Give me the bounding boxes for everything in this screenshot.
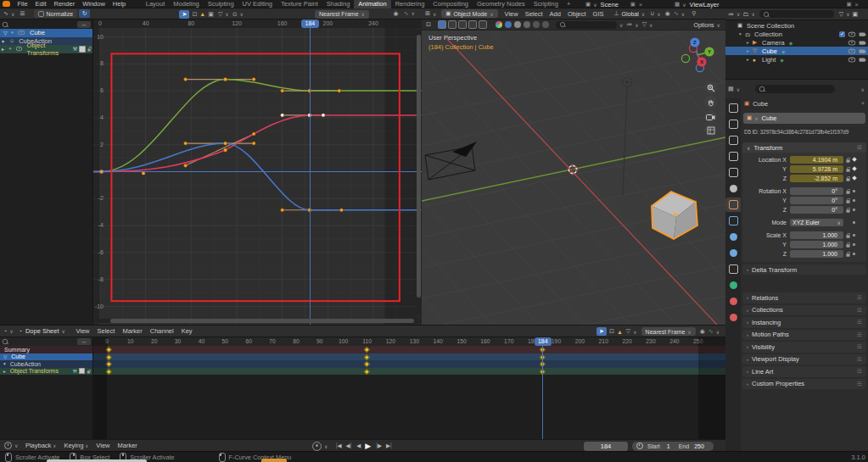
new-scene-icon[interactable]: ▣ — [630, 1, 636, 8]
value-field[interactable]: 0° — [790, 197, 843, 205]
panel-relations[interactable]: ›Relations☰ — [742, 292, 866, 303]
lock-icon[interactable] — [846, 159, 849, 162]
navigation-gizmo[interactable]: ZYX — [674, 32, 721, 80]
panel-collections[interactable]: ›Collections☰ — [742, 305, 866, 316]
tab-shading[interactable]: Shading — [322, 0, 355, 8]
panel-drag-icon[interactable]: ☰ — [857, 319, 862, 326]
expand-collapse-button[interactable]: ↔ — [77, 21, 91, 28]
object-name-field[interactable]: ▣∨ Cube — [743, 113, 865, 124]
keyframe-point[interactable] — [223, 148, 227, 152]
dope-channel-summary[interactable]: Summary — [0, 346, 92, 353]
graph-h-scrollbar[interactable] — [95, 319, 420, 323]
hide-eye-icon[interactable] — [848, 40, 856, 45]
pivot-icon[interactable]: ⊙ — [232, 11, 238, 18]
hide-eye-icon[interactable] — [848, 48, 856, 53]
previous-keyframe-button[interactable]: ◀⏐ — [344, 443, 354, 449]
value-field[interactable]: 5.9728 m — [790, 165, 843, 174]
graph-playhead-line[interactable] — [310, 19, 311, 325]
value-field[interactable]: -2.852 m — [790, 175, 843, 183]
next-keyframe-button[interactable]: ⏐▶ — [373, 443, 384, 449]
blender-logo[interactable] — [3, 1, 10, 7]
scene-name[interactable]: Scene — [601, 1, 619, 8]
snap-icon[interactable]: ∪ — [650, 10, 654, 17]
overlay-icon[interactable]: ▣ — [853, 11, 859, 18]
menu-window[interactable]: Window — [79, 0, 109, 8]
keyframe-point[interactable] — [223, 77, 227, 81]
graph-channel-object-transforms[interactable]: ▸⌖Object Transforms⚒ — [0, 45, 92, 53]
dope-menu-select[interactable]: Select — [93, 327, 119, 335]
use-preview-range-icon[interactable] — [636, 443, 643, 449]
graph-v-scrollbar[interactable] — [417, 30, 421, 314]
animate-dot-icon[interactable] — [853, 199, 855, 202]
modifier-icon[interactable]: ⚒ — [73, 368, 77, 374]
viewlayer-name[interactable]: ViewLayer — [690, 1, 720, 8]
lock-icon[interactable] — [846, 169, 849, 171]
warning-icon[interactable]: ▲ — [617, 329, 623, 335]
animate-dot-icon[interactable] — [853, 253, 855, 255]
properties-tab-constraints[interactable] — [725, 262, 741, 276]
outliner-row-light[interactable]: ▸●Light◈ — [725, 55, 868, 64]
handle-point[interactable] — [322, 114, 325, 117]
timeline-menu-marker[interactable]: Marker — [114, 442, 141, 449]
lock-icon[interactable] — [846, 244, 849, 247]
play-button[interactable]: ▶ — [363, 442, 372, 450]
panel-drag-icon[interactable]: ☰ — [857, 381, 862, 387]
properties-tab-material[interactable] — [725, 294, 741, 309]
disclosure-arrow[interactable]: ▸ — [747, 57, 753, 62]
modifier-icon[interactable]: ⚒ — [72, 46, 77, 53]
hide-eye-icon[interactable] — [848, 57, 856, 62]
value-field[interactable]: 0° — [790, 206, 843, 214]
tab-sculpting[interactable]: Sculpting — [204, 0, 238, 8]
viewport-menu-add[interactable]: Add — [546, 10, 564, 18]
scale-tool-icon[interactable] — [468, 20, 477, 29]
perspective-toggle-button[interactable] — [704, 124, 717, 136]
dope-menu-view[interactable]: View — [72, 327, 93, 335]
dope-lane-3[interactable] — [93, 368, 725, 376]
menu-render[interactable]: Render — [50, 0, 79, 8]
orientation-dropdown[interactable]: ⊥ Global∨ — [613, 10, 645, 17]
filter-icon[interactable]: ▽ — [626, 328, 630, 335]
viewport-search-field[interactable] — [556, 21, 617, 29]
pin-icon[interactable]: ⌖ — [861, 100, 865, 107]
panel-instancing[interactable]: ›Instancing☰ — [742, 317, 866, 328]
viewport-menu-view[interactable]: View — [501, 10, 522, 18]
properties-tab-output[interactable] — [725, 133, 741, 148]
disable-render-icon[interactable] — [860, 41, 865, 44]
disable-render-icon[interactable] — [860, 49, 865, 53]
disclosure-arrow[interactable]: ▸ — [747, 48, 753, 53]
filter-icon[interactable]: ▽ — [218, 11, 222, 18]
tab-geometry-nodes[interactable]: Geometry Nodes — [473, 0, 529, 8]
current-frame-field[interactable]: 184 — [584, 442, 628, 451]
lock-icon[interactable] — [87, 371, 91, 374]
hide-eye-icon[interactable] — [848, 31, 856, 36]
properties-search-field[interactable] — [755, 85, 835, 93]
handle-point[interactable] — [252, 77, 255, 81]
handle-point[interactable] — [184, 77, 188, 81]
value-field[interactable]: 1.000 — [790, 231, 843, 240]
auto-keying-button[interactable] — [312, 442, 322, 451]
dope-lane-area[interactable]: 0102030405060708090100110120130140150160… — [93, 337, 725, 440]
graph-channel-cube[interactable]: ▽⌖Cube — [0, 29, 92, 37]
dope-menu-channel[interactable]: Channel — [146, 327, 177, 335]
editor-type-icon[interactable]: ▤ — [728, 86, 734, 92]
viewport-menu-gis[interactable]: GIS — [590, 10, 608, 18]
timeline-menu-view[interactable]: View — [92, 442, 114, 449]
dope-playhead-line[interactable] — [542, 337, 544, 440]
panel-line-art[interactable]: ›Line Art☰ — [742, 366, 866, 377]
end-value[interactable]: 250 — [694, 443, 704, 449]
dope-mode-dropdown[interactable]: ◔ Dope Sheet∨ — [19, 327, 65, 335]
panel-drag-icon[interactable]: ☰ — [857, 356, 862, 363]
mute-checkbox[interactable] — [79, 46, 85, 53]
solid-shading-icon[interactable] — [505, 21, 512, 28]
start-value[interactable]: 1 — [667, 443, 670, 449]
filter-icon[interactable]: ▽ — [3, 30, 8, 36]
proportional-icon[interactable]: ◉ — [665, 10, 670, 17]
wireframe-icon[interactable] — [514, 21, 521, 28]
outliner-search-field[interactable] — [759, 10, 834, 18]
value-field[interactable]: 1.000 — [790, 250, 843, 259]
outliner-row-collection[interactable]: ▾🗀Collection✓ — [725, 30, 868, 38]
keyframe-diamond-icon[interactable] — [852, 166, 857, 171]
keyframe-point[interactable] — [142, 172, 145, 175]
editor-type-icon[interactable]: ◔ — [3, 328, 7, 334]
handle-point[interactable] — [281, 89, 284, 92]
